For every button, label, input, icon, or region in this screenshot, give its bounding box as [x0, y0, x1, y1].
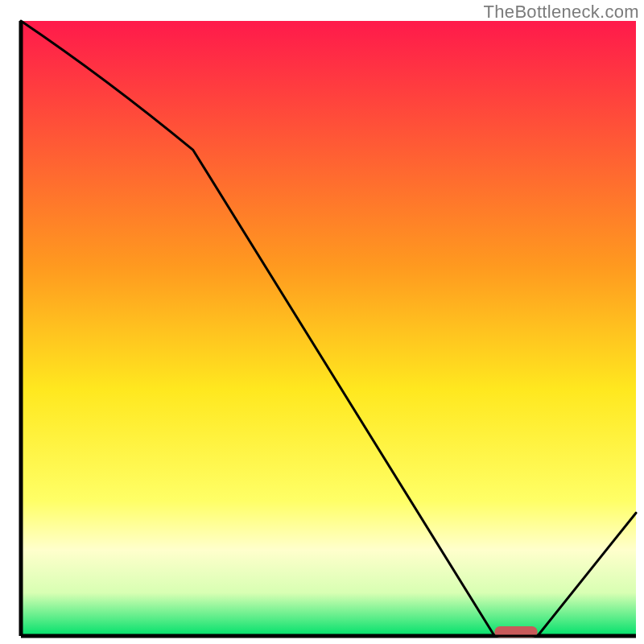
plot-background	[21, 21, 636, 636]
bottleneck-chart	[0, 0, 644, 644]
chart-frame: TheBottleneck.com	[0, 0, 644, 644]
